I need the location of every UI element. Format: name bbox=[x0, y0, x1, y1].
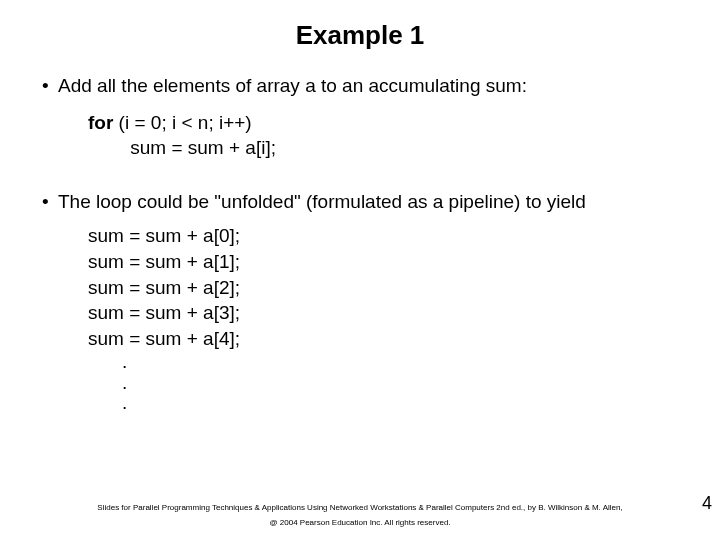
unfolded-line: sum = sum + a[1]; bbox=[88, 249, 680, 275]
bullet-dot-icon: • bbox=[40, 73, 58, 100]
unfolded-line: sum = sum + a[4]; bbox=[88, 326, 680, 352]
bullet-1-text: Add all the elements of array a to an ac… bbox=[58, 73, 680, 99]
unfolded-line: sum = sum + a[3]; bbox=[88, 300, 680, 326]
slide-title: Example 1 bbox=[40, 20, 680, 51]
dot: . bbox=[122, 393, 680, 414]
kw-for: for bbox=[88, 112, 119, 133]
ellipsis-dots: . . . bbox=[122, 352, 680, 415]
dot: . bbox=[122, 352, 680, 373]
unfolded-line: sum = sum + a[2]; bbox=[88, 275, 680, 301]
loop-header: (i = 0; i < n; i++) bbox=[119, 112, 252, 133]
loop-body: sum = sum + a[i]; bbox=[88, 137, 276, 158]
unfolded-code: sum = sum + a[0]; sum = sum + a[1]; sum … bbox=[88, 223, 680, 351]
bullet-2-text: The loop could be "unfolded" (formulated… bbox=[58, 189, 680, 215]
bullet-2: • The loop could be "unfolded" (formulat… bbox=[40, 189, 680, 216]
bullet-dot-icon: • bbox=[40, 189, 58, 216]
slide-footer: Slides for Parallel Programming Techniqu… bbox=[0, 501, 720, 530]
slide: Example 1 • Add all the elements of arra… bbox=[0, 0, 720, 540]
dot: . bbox=[122, 373, 680, 394]
bullet-1: • Add all the elements of array a to an … bbox=[40, 73, 680, 100]
footer-line-2: @ 2004 Pearson Education Inc. All rights… bbox=[0, 516, 720, 530]
footer-line-1: Slides for Parallel Programming Techniqu… bbox=[0, 501, 720, 515]
code-block-loop: for (i = 0; i < n; i++) sum = sum + a[i]… bbox=[88, 110, 680, 161]
page-number: 4 bbox=[702, 493, 712, 514]
unfolded-line: sum = sum + a[0]; bbox=[88, 223, 680, 249]
